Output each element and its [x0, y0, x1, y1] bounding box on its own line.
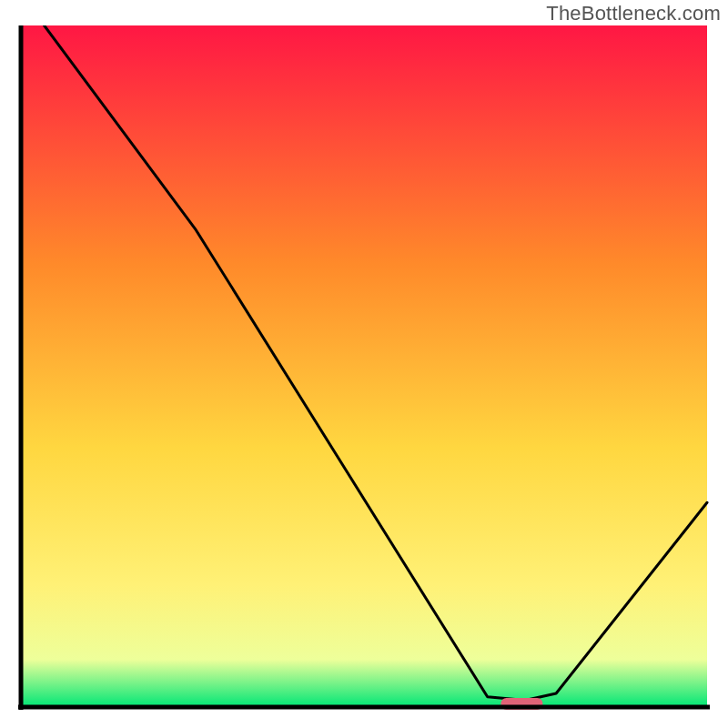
- chart-container: TheBottleneck.com: [0, 0, 728, 728]
- watermark-text: TheBottleneck.com: [546, 2, 721, 25]
- heat-gradient-background: [21, 25, 707, 707]
- plot-area: [18, 25, 710, 710]
- bottleneck-curve-chart: [18, 25, 710, 710]
